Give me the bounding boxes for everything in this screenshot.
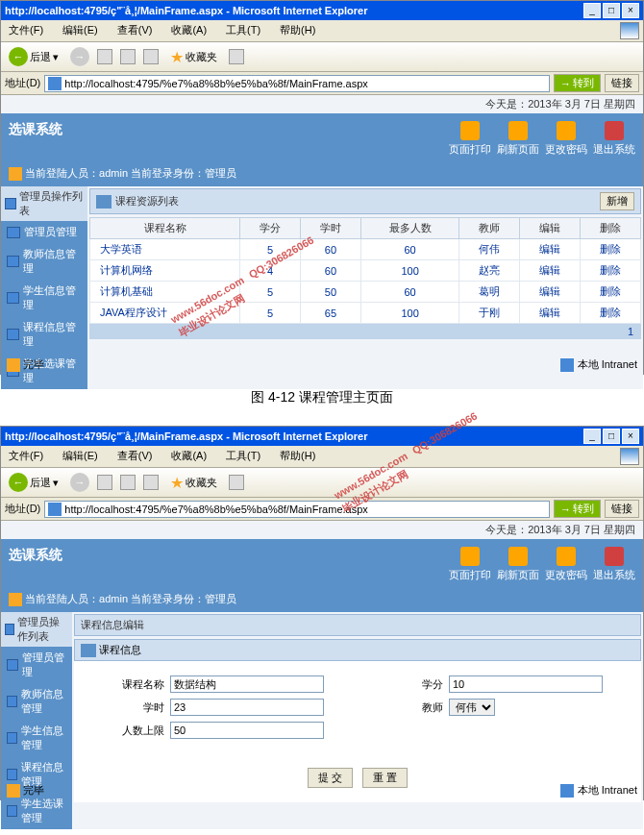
logout-action[interactable]: 退出系统 — [593, 121, 635, 157]
col-teacher: 教师 — [459, 218, 520, 239]
favorites-button[interactable]: ★收藏夹 — [166, 46, 221, 68]
item-icon — [7, 659, 18, 671]
cell: 60 — [360, 282, 458, 303]
del-link[interactable]: 删除 — [581, 260, 641, 282]
forward-button[interactable]: → — [70, 473, 89, 492]
back-button[interactable]: ←后退 ▾ — [5, 471, 62, 494]
go-button[interactable]: → 转到 — [554, 74, 601, 92]
input-hours[interactable] — [170, 699, 324, 716]
maximize-button[interactable]: □ — [603, 3, 620, 18]
input-credit[interactable] — [449, 675, 603, 693]
sidebar-item-student[interactable]: 学生信息管理 — [1, 720, 72, 756]
address-input[interactable]: http://localhost:4795/%e7%a8%8b%e5%ba%8f… — [44, 75, 550, 92]
print-action[interactable]: 页面打印 — [449, 547, 491, 582]
menu-tools[interactable]: 工具(T) — [222, 22, 264, 39]
menu-favorites[interactable]: 收藏(A) — [167, 448, 211, 465]
logout-action[interactable]: 退出系统 — [593, 547, 635, 582]
links-button[interactable]: 链接 — [605, 74, 639, 92]
item-icon — [7, 805, 17, 817]
stop-button[interactable] — [97, 475, 112, 490]
cell: 大学英语 — [90, 239, 240, 260]
input-max[interactable] — [170, 722, 324, 739]
add-button[interactable]: 新增 — [600, 192, 634, 210]
go-button[interactable]: → 转到 — [554, 500, 601, 518]
menu-help[interactable]: 帮助(H) — [276, 22, 319, 39]
menu-help[interactable]: 帮助(H) — [276, 448, 319, 465]
item-icon — [7, 769, 17, 780]
address-input[interactable]: http://localhost:4795/%e7%a8%8b%e5%ba%8f… — [44, 501, 550, 518]
del-link[interactable]: 删除 — [581, 303, 641, 324]
sidebar-item-teacher[interactable]: 教师信息管理 — [1, 243, 87, 280]
window-title: http://localhost:4795/ç"¨å¸¦/MainFrame.a… — [5, 5, 367, 16]
del-link[interactable]: 删除 — [581, 239, 641, 260]
menu-file[interactable]: 文件(F) — [5, 22, 47, 39]
tool-icon[interactable] — [229, 49, 244, 64]
status-text: 完毕 — [7, 783, 44, 798]
col-max: 最多人数 — [360, 218, 458, 239]
menu-favorites[interactable]: 收藏(A) — [167, 22, 211, 39]
folder-icon — [5, 624, 14, 635]
password-action[interactable]: 更改密码 — [545, 547, 587, 582]
sidebar-item-admin[interactable]: 管理员管理 — [1, 221, 87, 243]
edit-link[interactable]: 编辑 — [520, 239, 581, 260]
menu-view[interactable]: 查看(V) — [113, 448, 157, 465]
select-teacher[interactable]: 何伟 — [449, 699, 495, 716]
system-title: 选课系统 — [9, 121, 62, 157]
menu-view[interactable]: 查看(V) — [113, 22, 157, 39]
print-icon — [460, 547, 480, 566]
stop-button[interactable] — [97, 49, 112, 64]
edit-link[interactable]: 编辑 — [520, 282, 581, 303]
edit-link[interactable]: 编辑 — [520, 303, 581, 324]
cell: 何伟 — [459, 239, 520, 260]
menubar: 文件(F) 编辑(E) 查看(V) 收藏(A) 工具(T) 帮助(H) — [1, 446, 643, 468]
print-action[interactable]: 页面打印 — [449, 121, 491, 157]
pager[interactable]: 1 — [89, 324, 641, 339]
cell: 100 — [360, 260, 458, 282]
user-info-bar: 当前登陆人员：admin 当前登录身份：管理员 — [1, 164, 643, 186]
item-icon — [7, 256, 19, 267]
sidebar-item-selection[interactable]: 学生选课管理 — [1, 793, 72, 829]
sidebar-item-teacher[interactable]: 教师信息管理 — [1, 683, 72, 720]
tool-icon[interactable] — [229, 475, 244, 490]
refresh-button[interactable] — [120, 49, 136, 64]
addressbar: 地址(D) http://localhost:4795/%e7%a8%8b%e5… — [1, 72, 643, 95]
main-panel: 课程信息编辑 课程信息 课程名称 学分 学时 教师何伟 — [72, 612, 643, 829]
cell: JAVA程序设计 — [90, 303, 240, 324]
main-area: 管理员操作列表 管理员管理 教师信息管理 学生信息管理 课程信息管理 学生选课管… — [1, 612, 643, 829]
sidebar-item-course[interactable]: 课程信息管理 — [1, 316, 87, 353]
minimize-button[interactable]: _ — [583, 429, 601, 444]
password-action[interactable]: 更改密码 — [545, 121, 587, 157]
menu-tools[interactable]: 工具(T) — [222, 448, 264, 465]
ie-logo-icon — [620, 448, 639, 465]
back-button[interactable]: ←后退 ▾ — [5, 45, 62, 68]
sidebar-item-admin[interactable]: 管理员管理 — [1, 647, 72, 683]
menu-file[interactable]: 文件(F) — [5, 448, 47, 465]
maximize-button[interactable]: □ — [603, 429, 620, 444]
done-icon — [7, 358, 20, 372]
menu-edit[interactable]: 编辑(E) — [59, 22, 102, 39]
del-link[interactable]: 删除 — [581, 282, 641, 303]
system-title: 选课系统 — [9, 547, 62, 582]
refresh-action[interactable]: 刷新页面 — [497, 121, 539, 157]
menu-edit[interactable]: 编辑(E) — [59, 448, 102, 465]
submit-button[interactable]: 提 交 — [308, 768, 353, 788]
edit-link[interactable]: 编辑 — [520, 260, 581, 282]
page-content: 今天是：2013年 3月 7日 星期四 选课系统 页面打印 刷新页面 更改密码 … — [1, 95, 643, 355]
close-button[interactable]: × — [622, 429, 639, 444]
minimize-button[interactable]: _ — [583, 3, 601, 18]
forward-button[interactable]: → — [70, 47, 89, 66]
input-course-name[interactable] — [170, 675, 324, 693]
home-button[interactable] — [143, 475, 159, 490]
form-subheader: 课程信息 — [74, 639, 641, 661]
logout-icon — [605, 121, 624, 140]
links-button[interactable]: 链接 — [605, 500, 639, 518]
refresh-button[interactable] — [120, 475, 136, 490]
favorites-button[interactable]: ★收藏夹 — [166, 472, 221, 494]
home-button[interactable] — [143, 49, 159, 64]
menubar: 文件(F) 编辑(E) 查看(V) 收藏(A) 工具(T) 帮助(H) — [1, 20, 643, 42]
refresh-action[interactable]: 刷新页面 — [497, 547, 539, 582]
sidebar-item-student[interactable]: 学生信息管理 — [1, 280, 87, 316]
toolbar: ←后退 ▾ → ★收藏夹 — [1, 468, 643, 498]
close-button[interactable]: × — [622, 3, 639, 18]
reset-button[interactable]: 重 置 — [362, 768, 408, 788]
